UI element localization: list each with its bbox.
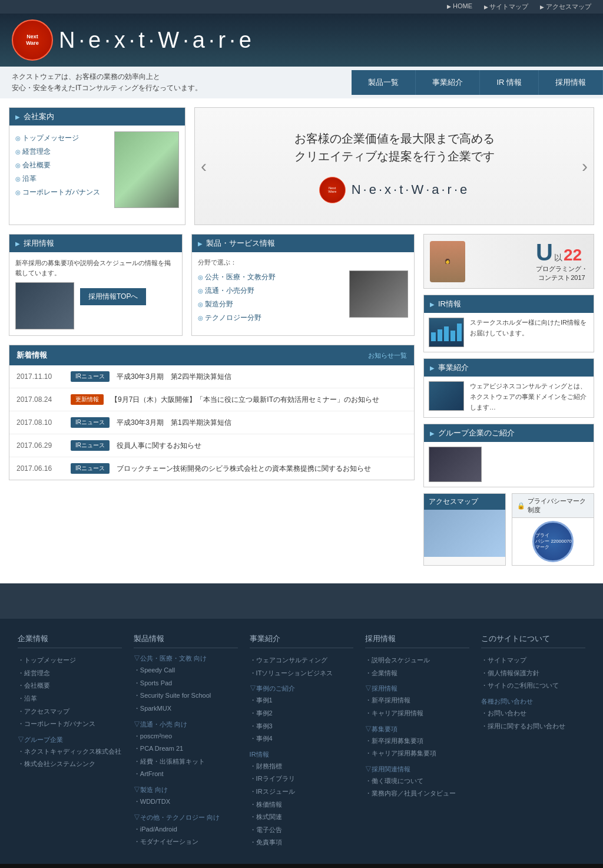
sitemap-link[interactable]: サイトマップ <box>484 2 529 11</box>
tab-products[interactable]: 製品一覧 <box>352 70 416 95</box>
footer-sitemap[interactable]: ・サイトマップ <box>481 654 585 667</box>
footer-poscm[interactable]: ・poscm²neo <box>134 730 238 743</box>
news-text-0[interactable]: 平成30年3月期 第2四半期決算短信 <box>117 371 407 382</box>
news-text-1[interactable]: 【9月7日（木）大阪開催】「本当に役に立つ最新ITの有効活用セミナー」のお知らせ <box>111 394 407 405</box>
recruit-image <box>15 282 74 329</box>
footer-sparkmux[interactable]: ・SparkMUX <box>134 702 238 715</box>
footer-col2-title: 製品情報 <box>134 633 238 648</box>
footer-relinfo-label: ▽採用関連情報 <box>365 765 469 774</box>
about-link-4[interactable]: コーポレートガバナンス <box>15 186 108 199</box>
footer-company-link-5[interactable]: ・コーポレートガバナンス <box>18 718 122 731</box>
products-link-3[interactable]: テクノロジー分野 <box>198 311 343 325</box>
footer-recruit-link-1[interactable]: ・企業情報 <box>365 667 469 680</box>
products-link-0[interactable]: 公共・医療・文教分野 <box>198 270 343 284</box>
footer-case-label: ▽事例のご紹介 <box>250 684 354 693</box>
news-all-link[interactable]: お知らせ一覧 <box>368 351 407 360</box>
footer-case-0[interactable]: ・事例1 <box>250 694 354 707</box>
footer-col-business: 事業紹介 ・ウェアコンサルティング ・ITソリューションビジネス ▽事例のご紹介… <box>250 633 354 849</box>
news-date-4: 2017.06.16 <box>16 463 64 473</box>
footer-recruit-info-label: ▽採用情報 <box>365 684 469 693</box>
hero-next-arrow[interactable]: › <box>582 156 588 176</box>
about-body: トップメッセージ 経営理念 会社概要 沿革 コーポレートガバナンス <box>9 126 185 214</box>
recruit-btn[interactable]: 採用情報TOPへ <box>80 288 146 305</box>
news-date-2: 2017.08.10 <box>16 417 64 427</box>
footer-company-link-0[interactable]: ・トップメッセージ <box>18 654 122 667</box>
recruit-desc: 新卒採用の募集要項や説明会スケジュールの情報を掲載しています。 <box>15 258 176 278</box>
footer-ir-5[interactable]: ・電子公告 <box>250 824 354 837</box>
tab-ir[interactable]: IR 情報 <box>480 70 539 95</box>
footer-ir-0[interactable]: ・財務指標 <box>250 760 354 773</box>
footer-company-link-4[interactable]: ・アクセスマップ <box>18 705 122 718</box>
group-image <box>429 447 482 482</box>
footer-artfront[interactable]: ・ArtFront <box>134 768 238 781</box>
tab-recruit[interactable]: 採用情報 <box>539 70 603 95</box>
tab-business[interactable]: 事業紹介 <box>416 70 480 95</box>
access-link[interactable]: アクセスマップ <box>540 2 591 11</box>
main-nav: ネクストウェアは、お客様の業務の効率向上と 安心・安全を考えたITコンサルティン… <box>0 67 603 98</box>
news-text-3[interactable]: 役員人事に関するお知らせ <box>117 440 407 451</box>
hero-prev-arrow[interactable]: ‹ <box>201 156 207 176</box>
footer-contact-0[interactable]: ・お問い合わせ <box>481 707 585 720</box>
news-title: 新着情報 <box>16 350 47 361</box>
footer-recruit-link-0[interactable]: ・説明会スケジュール <box>365 654 469 667</box>
home-link[interactable]: HOME <box>447 2 472 11</box>
footer-ir-1[interactable]: ・IRライブラリ <box>250 773 354 786</box>
footer-case-3[interactable]: ・事例4 <box>250 732 354 745</box>
footer-case-1[interactable]: ・事例2 <box>250 707 354 720</box>
footer-company-link-2[interactable]: ・会社概要 <box>18 679 122 692</box>
footer-col-site: このサイトについて ・サイトマップ ・個人情報保護方針 ・サイトのご利用について… <box>481 633 585 849</box>
news-text-4[interactable]: ブロックチェーン技術開発のシビラ株式会社との資本業務提携に関するお知らせ <box>117 463 407 474</box>
footer-site-usage[interactable]: ・サイトのご利用について <box>481 679 585 692</box>
about-link-0[interactable]: トップメッセージ <box>15 131 108 145</box>
footer-biz-link-0[interactable]: ・ウェアコンサルティング <box>250 654 354 667</box>
header: NextWare N·e·x·t·W·a·r·e <box>0 14 603 67</box>
news-text-2[interactable]: 平成30年3月期 第1四半期決算短信 <box>117 417 407 428</box>
footer-privacy-policy[interactable]: ・個人情報保護方針 <box>481 667 585 680</box>
footer-ir-4[interactable]: ・株式関連 <box>250 811 354 824</box>
footer-ir-3[interactable]: ・株価情報 <box>250 798 354 811</box>
footer-col1-title: 企業情報 <box>18 633 122 648</box>
footer-ir-6[interactable]: ・免責事項 <box>250 836 354 849</box>
access-privacy: アクセスマップ 🔒 プライバシーマーク制度 プライバシーマーク22000070 <box>423 493 594 566</box>
footer-interview[interactable]: ・業務内容／社員インタビュー <box>365 787 469 800</box>
contest-banner: 👩 U 以 22 プログラミング・ コンテスト2017 <box>423 234 594 289</box>
products-link-2[interactable]: 製造分野 <box>198 298 343 311</box>
footer-modern[interactable]: ・モダナイゼーション <box>134 836 238 849</box>
footer-ipad[interactable]: ・iPad/Android <box>134 823 238 836</box>
privacy-icon: 🔒 <box>517 502 525 510</box>
footer-job-career[interactable]: ・キャリア採用募集要項 <box>365 747 469 760</box>
footer-case-2[interactable]: ・事例3 <box>250 720 354 733</box>
footer-wdd[interactable]: ・WDD/TDX <box>134 796 238 808</box>
news-header: 新着情報 お知らせ一覧 <box>9 345 414 365</box>
access-image <box>424 510 505 557</box>
footer-speedy-call[interactable]: ・Speedy Call <box>134 664 238 677</box>
footer-contact-1[interactable]: ・採用に関するお問い合わせ <box>481 720 585 733</box>
footer-keihikit[interactable]: ・経費・出張精算キット <box>134 755 238 768</box>
products-link-1[interactable]: 流通・小売分野 <box>198 284 343 298</box>
footer-group-link-1[interactable]: ・株式会社システムシンク <box>18 758 122 771</box>
footer-col3-title: 事業紹介 <box>250 633 354 648</box>
footer-company-link-3[interactable]: ・沿革 <box>18 692 122 705</box>
footer-biz-link-1[interactable]: ・ITソリューションビジネス <box>250 667 354 680</box>
products-content: 公共・医療・文教分野 流通・小売分野 製造分野 テクノロジー分野 <box>198 270 408 325</box>
about-link-3[interactable]: 沿革 <box>15 172 108 186</box>
footer-recruit-new[interactable]: ・新卒採用情報 <box>365 694 469 707</box>
about-link-1[interactable]: 経営理念 <box>15 145 108 159</box>
footer-recruit-career[interactable]: ・キャリア採用情報 <box>365 707 469 720</box>
footer-sports-pad[interactable]: ・Sports Pad <box>134 677 238 690</box>
products-body: 分野で選ぶ： 公共・医療・文教分野 流通・小売分野 製造分野 テクノロジー分野 <box>192 252 414 331</box>
footer-company-link-1[interactable]: ・経営理念 <box>18 667 122 680</box>
about-link-2[interactable]: 会社概要 <box>15 159 108 172</box>
footer-security-school[interactable]: ・Security Suite for School <box>134 689 238 702</box>
contest-u: U <box>536 240 553 264</box>
footer-ir-2[interactable]: ・IRスジュール <box>250 786 354 798</box>
footer-pca[interactable]: ・PCA Dream 21 <box>134 742 238 755</box>
group-header: グループ企業のご紹介 <box>424 424 594 442</box>
privacy-box: 🔒 プライバシーマーク制度 プライバシーマーク22000070 <box>512 493 594 566</box>
footer-env[interactable]: ・働く環境について <box>365 775 469 788</box>
contest-character: 👩 <box>430 241 465 282</box>
privacy-mark: プライバシーマーク22000070 <box>532 521 574 562</box>
footer-job-new[interactable]: ・新卒採用募集要項 <box>365 735 469 748</box>
jigyou-header: 事業紹介 <box>424 359 594 377</box>
footer-group-link-0[interactable]: ・ネクストキャディックス株式会社 <box>18 745 122 758</box>
